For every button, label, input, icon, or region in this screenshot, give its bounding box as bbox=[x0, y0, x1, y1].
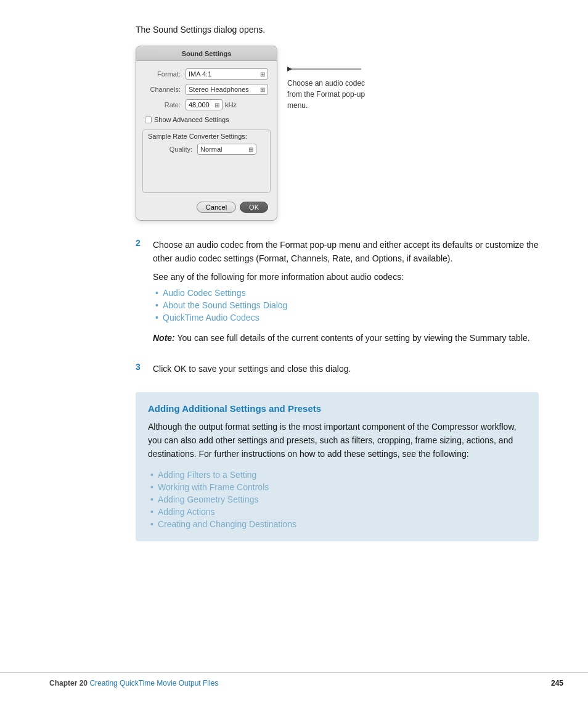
rate-value: 48,000 bbox=[189, 101, 210, 109]
note-block: Note: You can see full details of the cu… bbox=[153, 331, 539, 345]
format-select[interactable]: IMA 4:1 ⊞ bbox=[186, 68, 268, 80]
rate-input[interactable]: 48,000 ⊞ bbox=[186, 99, 223, 110]
format-value: IMA 4:1 bbox=[189, 70, 211, 78]
list-item[interactable]: About the Sound Settings Dialog bbox=[153, 299, 539, 311]
channels-label: Channels: bbox=[145, 86, 181, 93]
note-text: You can see full details of the current … bbox=[175, 333, 530, 343]
sound-settings-dialog: Sound Settings Format: IMA 4:1 ⊞ Channel… bbox=[136, 46, 277, 221]
step-2-block: 2 Choose an audio codec from the Format … bbox=[136, 238, 539, 352]
advanced-label: Show Advanced Settings bbox=[154, 116, 229, 123]
list-item[interactable]: Adding Actions bbox=[148, 506, 526, 518]
page: The Sound Settings dialog opens. Sound S… bbox=[0, 0, 588, 706]
quality-row: Quality: Normal ⊞ bbox=[148, 142, 265, 156]
section-title: Sample Rate Converter Settings: bbox=[148, 133, 265, 140]
advanced-checkbox[interactable] bbox=[145, 117, 152, 123]
ok-button[interactable]: OK bbox=[240, 202, 268, 213]
advanced-settings-row[interactable]: Show Advanced Settings bbox=[136, 113, 277, 126]
list-item[interactable]: Creating and Changing Destinations bbox=[148, 518, 526, 530]
channels-row: Channels: Stereo Headphones ⊞ bbox=[136, 83, 277, 96]
codec-links-list: Audio Codec Settings About the Sound Set… bbox=[153, 287, 539, 324]
footer-link[interactable]: Creating QuickTime Movie Output Files bbox=[89, 679, 218, 688]
svg-marker-1 bbox=[287, 67, 292, 72]
see-following-label: See any of the following for more inform… bbox=[153, 272, 539, 282]
list-item[interactable]: QuickTime Audio Codecs bbox=[153, 311, 539, 324]
step-2-main-text: Choose an audio codec from the Format po… bbox=[153, 238, 539, 266]
step-3-number: 3 bbox=[136, 362, 147, 382]
list-item[interactable]: Working with Frame Controls bbox=[148, 481, 526, 493]
callout-line-icon bbox=[287, 63, 367, 75]
dialog-buttons: Cancel OK bbox=[136, 197, 277, 213]
channels-arrow-icon: ⊞ bbox=[260, 86, 265, 93]
list-item[interactable]: Adding Geometry Settings bbox=[148, 493, 526, 506]
cancel-button[interactable]: Cancel bbox=[197, 202, 236, 213]
quality-label: Quality: bbox=[157, 146, 192, 153]
format-arrow-icon: ⊞ bbox=[260, 71, 265, 78]
step-3-text: Click OK to save your settings and close… bbox=[153, 362, 539, 376]
channels-value: Stereo Headphones bbox=[189, 86, 249, 93]
channels-select[interactable]: Stereo Headphones ⊞ bbox=[186, 84, 268, 95]
sample-rate-section: Sample Rate Converter Settings: Quality:… bbox=[142, 129, 271, 193]
footer-left: Chapter 20 Creating QuickTime Movie Outp… bbox=[49, 679, 218, 688]
quality-select[interactable]: Normal ⊞ bbox=[197, 144, 256, 155]
callout-box: Adding Additional Settings and Presets A… bbox=[136, 392, 539, 541]
callout-box-title: Adding Additional Settings and Presets bbox=[148, 403, 526, 414]
rate-stepper-icon: ⊞ bbox=[214, 102, 219, 109]
dialog-container: Sound Settings Format: IMA 4:1 ⊞ Channel… bbox=[136, 46, 539, 221]
callout-box-body: Although the output format setting is th… bbox=[148, 420, 526, 461]
footer-page-number: 245 bbox=[551, 679, 563, 688]
callout-text: Choose an audio codec from the Format po… bbox=[287, 78, 380, 111]
footer-chapter: Chapter 20 bbox=[49, 679, 88, 688]
callout-area: Choose an audio codec from the Format po… bbox=[287, 46, 380, 111]
step-2-number: 2 bbox=[136, 238, 147, 352]
quality-arrow-icon: ⊞ bbox=[248, 146, 253, 153]
format-row: Format: IMA 4:1 ⊞ bbox=[136, 67, 277, 81]
rate-label: Rate: bbox=[145, 101, 181, 109]
quality-value: Normal bbox=[200, 146, 222, 153]
step-3-content: Click OK to save your settings and close… bbox=[153, 362, 539, 382]
intro-text: The Sound Settings dialog opens. bbox=[136, 25, 539, 35]
rate-unit: kHz bbox=[225, 101, 237, 109]
format-label: Format: bbox=[145, 70, 181, 78]
callout-box-list: Adding Filters to a Setting Working with… bbox=[148, 469, 526, 530]
list-item[interactable]: Adding Filters to a Setting bbox=[148, 469, 526, 481]
page-footer: Chapter 20 Creating QuickTime Movie Outp… bbox=[0, 672, 588, 688]
step-2-content: Choose an audio codec from the Format po… bbox=[153, 238, 539, 352]
step-3-block: 3 Click OK to save your settings and clo… bbox=[136, 362, 539, 382]
dialog-title: Sound Settings bbox=[136, 46, 277, 61]
list-item[interactable]: Audio Codec Settings bbox=[153, 287, 539, 299]
rate-row: Rate: 48,000 ⊞ kHz bbox=[136, 98, 277, 112]
note-label: Note: bbox=[153, 333, 175, 343]
